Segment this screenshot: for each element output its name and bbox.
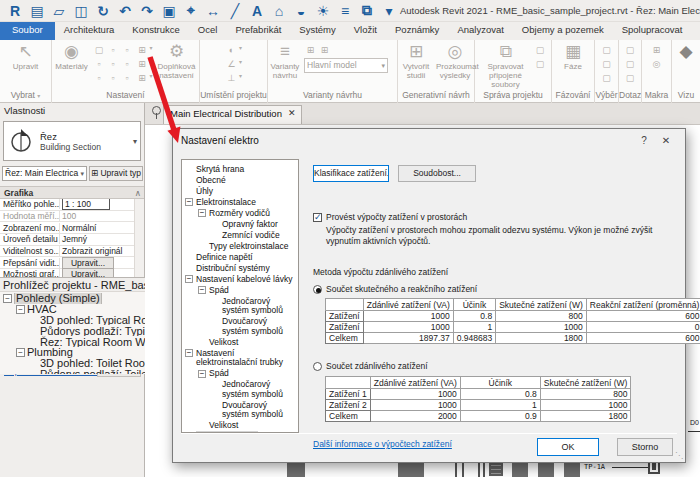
settings-tree-item[interactable]: − Rozměry vodičů xyxy=(182,207,298,218)
add-to-set-icon[interactable] xyxy=(304,44,317,57)
property-row[interactable]: Úroveň detailu Jemný xyxy=(0,234,145,246)
checkbox-icon[interactable] xyxy=(313,213,322,222)
project-units-icon[interactable] xyxy=(106,72,119,85)
dialog-title-bar[interactable]: Nastavení elektro ? ✕ xyxy=(173,129,685,151)
browser-tree-item[interactable]: − Půdorys podlaží: Toilet Roor xyxy=(0,369,145,374)
measure-icon[interactable]: ⌖ xyxy=(180,2,202,19)
edit-type-button[interactable]: ⊞ Upravit typ xyxy=(89,166,143,181)
panel-schedule-templates-icon[interactable] xyxy=(135,58,148,71)
edit-selection-icon[interactable] xyxy=(600,72,613,85)
property-value[interactable]: 1 : 100 xyxy=(60,199,145,210)
create-study-button[interactable]: Vytvořit studii xyxy=(398,42,434,80)
default-3d-view-icon[interactable]: ⌂ xyxy=(268,3,290,19)
ribbon-tab[interactable]: Architektura xyxy=(55,22,124,40)
browser-tree-item[interactable]: − Pohledy (Simple) xyxy=(0,293,145,304)
ribbon-tab[interactable]: Ocel xyxy=(189,22,227,40)
settings-tree-item[interactable]: − Distribuční systémy xyxy=(182,262,298,273)
ribbon-tab[interactable]: Pohled xyxy=(691,22,700,40)
aligned-dimension-icon[interactable]: ↔ xyxy=(202,3,224,19)
customize-qat-icon[interactable]: ▾ xyxy=(378,3,400,19)
settings-tree-item[interactable]: − Úhly xyxy=(182,185,298,196)
redo-icon[interactable]: ↷ xyxy=(136,3,158,19)
purge-unused-icon[interactable] xyxy=(92,72,105,85)
more-info-link[interactable]: Další informace o výpočtech zatížení xyxy=(313,439,452,449)
browser-tree-item[interactable]: − Plumbing xyxy=(0,347,145,358)
mep-settings-icon[interactable] xyxy=(135,44,148,57)
ribbon-tab[interactable]: Spolupracovat xyxy=(613,22,692,40)
sync-icon[interactable]: ↻ xyxy=(92,3,114,19)
property-value[interactable]: Upravit... xyxy=(60,257,145,269)
radio-icon[interactable] xyxy=(313,285,322,294)
settings-tree-item[interactable]: − Velikost xyxy=(182,420,298,431)
property-row[interactable]: Zobrazení mo... Normální xyxy=(0,222,145,234)
spaces-checkbox-label[interactable]: Provést výpočty zatížení v prostorách xyxy=(326,212,467,222)
browser-tree-item[interactable]: − HVAC xyxy=(0,304,145,315)
materials-button[interactable]: Materiály xyxy=(52,42,90,71)
electrical-equipment-symbol[interactable] xyxy=(287,462,305,477)
help-icon[interactable]: ? xyxy=(633,135,655,146)
settings-tree-item[interactable]: − Zemnící vodiče xyxy=(182,229,298,240)
ribbon-tab[interactable]: Konstrukce xyxy=(123,22,189,40)
design-options-button[interactable]: Varianty návrhu xyxy=(268,42,302,80)
settings-tree-item[interactable]: − Obecné xyxy=(182,174,298,185)
pick-to-edit-icon[interactable] xyxy=(318,44,331,57)
ok-button[interactable]: OK xyxy=(537,438,599,456)
project-parameters-icon[interactable] xyxy=(92,58,105,71)
collapse-icon[interactable]: − xyxy=(198,370,206,378)
snaps-icon[interactable] xyxy=(106,44,119,57)
print-icon[interactable]: ▣ xyxy=(158,3,180,19)
file-icon[interactable]: ▤ xyxy=(26,3,48,19)
settings-tree-item[interactable]: − Opravný faktor xyxy=(182,218,298,229)
panelboard-symbol[interactable] xyxy=(489,461,503,476)
load-selection-icon[interactable] xyxy=(600,58,613,71)
close-icon[interactable]: ✕ xyxy=(655,135,677,146)
explore-outcomes-button[interactable]: Prozkoumat výsledky xyxy=(436,42,474,80)
undo-icon[interactable]: ↶ xyxy=(114,3,136,19)
ribbon-tab[interactable]: Systémy xyxy=(290,22,344,40)
property-value[interactable]: Normální xyxy=(60,223,145,233)
element-ids-icon[interactable] xyxy=(624,44,637,57)
active-design-option-combo[interactable]: Hlavní model ▾ xyxy=(304,58,388,73)
radio-icon[interactable] xyxy=(313,362,322,371)
browser-tree-item[interactable]: − Půdorys podlaží: Typical Roo xyxy=(0,325,145,336)
thin-lines-icon[interactable]: ≡ xyxy=(334,3,356,19)
ribbon-tab[interactable]: Objemy a pozemek xyxy=(513,22,613,40)
ribbon-tab[interactable]: Soubor xyxy=(0,22,55,40)
property-row[interactable]: Hodnota měří... 100 xyxy=(0,211,145,223)
browser-tree-item[interactable]: − 3D pohled: Typical Room WS xyxy=(0,315,145,326)
settings-tree-item[interactable]: − Jednočarový systém symbolů xyxy=(182,379,298,400)
collapse-icon[interactable]: − xyxy=(3,294,12,303)
collapse-icon[interactable]: − xyxy=(185,198,193,206)
real-reactive-radio-label[interactable]: Součet skutečného a reakčního zatížení xyxy=(326,284,477,294)
pin-icon[interactable] xyxy=(149,105,163,121)
settings-tree-item[interactable]: − Nastavení kabelové lávky xyxy=(182,273,298,284)
property-row[interactable]: Přepsání vidit... Upravit... xyxy=(0,257,145,269)
settings-tree-item[interactable]: − Elektroinstalace xyxy=(182,196,298,207)
cancel-button[interactable]: Storno xyxy=(617,438,673,456)
app-logo[interactable]: R xyxy=(4,3,26,19)
collapse-icon[interactable]: − xyxy=(198,209,206,217)
type-selector[interactable]: Řez Building Section ▾ xyxy=(3,121,141,161)
select-by-id-icon[interactable] xyxy=(624,58,637,71)
additional-settings-button[interactable]: Doplňková nastavení xyxy=(155,42,199,80)
settings-tree-item[interactable]: − Nastavení elektroinstalační trubky xyxy=(182,347,298,368)
save-icon[interactable]: ◫ xyxy=(70,3,92,19)
switch-windows-icon[interactable]: ⧉ xyxy=(356,2,378,19)
demand-factors-button[interactable]: Soudobost... xyxy=(398,165,476,182)
resize-grip[interactable]: ⋱ xyxy=(675,451,683,460)
ribbon-tab[interactable]: Vložit xyxy=(345,22,386,40)
structural-settings-icon[interactable] xyxy=(120,72,133,85)
property-value[interactable]: Zobrazit originál xyxy=(60,246,145,256)
load-classifications-button[interactable]: Klasifikace zatížení... xyxy=(313,165,389,182)
apparent-radio-label[interactable]: Součet zdánlivého zatížení xyxy=(326,361,428,371)
chevron-down-icon[interactable]: ▾ xyxy=(133,137,140,146)
analysis-settings-icon[interactable] xyxy=(135,72,148,85)
settings-tree-item[interactable]: − Spád xyxy=(182,284,298,295)
text-icon[interactable]: A xyxy=(246,3,268,19)
select-group-label[interactable]: Vybrat ▾ xyxy=(0,89,51,102)
view-tab-main-electrical-distribution[interactable]: Main Electrical Distribution ✕ xyxy=(163,105,302,124)
section-icon[interactable]: ◒ xyxy=(290,3,312,19)
settings-tree-item[interactable]: − Spád xyxy=(182,368,298,379)
ribbon-tab[interactable]: Prefabrikát xyxy=(226,22,290,40)
location-icon[interactable] xyxy=(225,44,238,57)
